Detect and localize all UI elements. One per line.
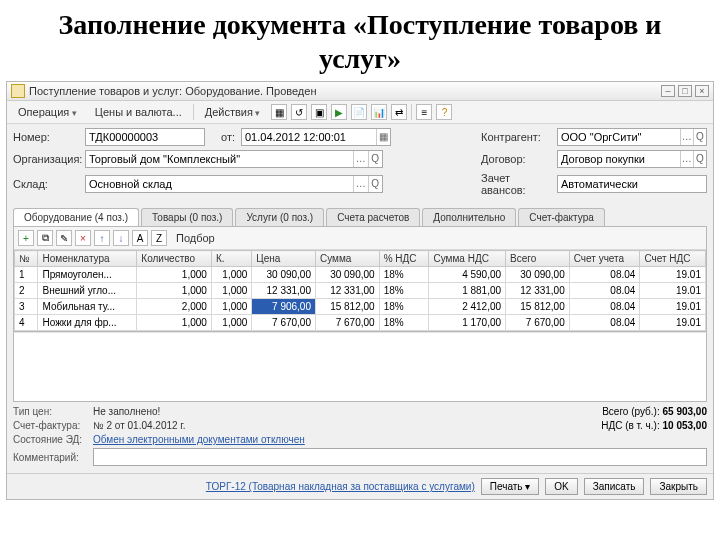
torg12-link[interactable]: ТОРГ-12 (Товарная накладная за поставщик… [206,481,475,492]
sort-asc-icon[interactable]: A [132,230,148,246]
cell[interactable]: Мобильная ту... [38,299,137,315]
cell[interactable]: 18% [379,267,429,283]
save-button[interactable]: Записать [584,478,645,495]
contragent-input[interactable]: …Q [557,128,707,146]
column-header[interactable]: Сумма НДС [429,251,506,267]
cell[interactable]: 15 812,00 [506,299,570,315]
column-header[interactable]: Количество [137,251,212,267]
tool-icon-1[interactable]: ▦ [271,104,287,120]
calendar-icon[interactable]: ▦ [376,129,390,145]
cell[interactable]: 12 331,00 [252,283,316,299]
column-header[interactable]: Сумма [316,251,380,267]
cell[interactable]: 19.01 [640,299,706,315]
column-header[interactable]: № [15,251,38,267]
cell[interactable]: 4 [15,315,38,331]
cell[interactable]: 1,000 [211,299,251,315]
cell[interactable]: 19.01 [640,283,706,299]
cell[interactable]: 1 881,00 [429,283,506,299]
select-icon[interactable]: … [353,176,368,192]
cell[interactable]: 12 331,00 [316,283,380,299]
cell[interactable]: Внешний угло... [38,283,137,299]
lookup-icon[interactable]: Q [693,129,706,145]
column-header[interactable]: Счет учета [569,251,640,267]
column-header[interactable]: Всего [506,251,570,267]
warehouse-input[interactable]: …Q [85,175,383,193]
cell[interactable]: 2 412,00 [429,299,506,315]
cell[interactable]: 08.04 [569,267,640,283]
cell[interactable]: 30 090,00 [316,267,380,283]
table-row[interactable]: 3Мобильная ту...2,0001,0007 906,0015 812… [15,299,706,315]
cell[interactable]: 1,000 [211,283,251,299]
date-input[interactable]: ▦ [241,128,391,146]
cell[interactable]: 1,000 [137,283,212,299]
cell[interactable]: 08.04 [569,299,640,315]
tool-icon-5[interactable]: 📄 [351,104,367,120]
cell[interactable]: 2 [15,283,38,299]
cell[interactable]: 2,000 [137,299,212,315]
cell[interactable]: 4 590,00 [429,267,506,283]
tab-additional[interactable]: Дополнительно [422,208,516,226]
edit-row-icon[interactable]: ✎ [56,230,72,246]
tab-invoice[interactable]: Счет-фактура [518,208,604,226]
cell[interactable]: 3 [15,299,38,315]
tool-icon-2[interactable]: ↺ [291,104,307,120]
select-icon[interactable]: … [680,151,693,167]
select-icon[interactable]: … [680,129,693,145]
column-header[interactable]: Счет НДС [640,251,706,267]
lookup-icon[interactable]: Q [368,151,383,167]
delete-row-icon[interactable]: × [75,230,91,246]
cell[interactable]: 08.04 [569,283,640,299]
cell[interactable]: 7 670,00 [506,315,570,331]
column-header[interactable]: Цена [252,251,316,267]
cell[interactable]: 30 090,00 [506,267,570,283]
cell[interactable]: 7 670,00 [316,315,380,331]
cell[interactable]: 1,000 [137,315,212,331]
tab-equipment[interactable]: Оборудование (4 поз.) [13,208,139,226]
tool-icon-4[interactable]: ▶ [331,104,347,120]
cell[interactable]: Прямоуголен... [38,267,137,283]
advance-input[interactable] [557,175,707,193]
cell[interactable]: 08.04 [569,315,640,331]
cell[interactable]: 12 331,00 [506,283,570,299]
tool-icon-8[interactable]: ≡ [416,104,432,120]
cell[interactable]: 19.01 [640,315,706,331]
org-input[interactable]: …Q [85,150,383,168]
tab-services[interactable]: Услуги (0 поз.) [235,208,324,226]
table-row[interactable]: 1Прямоуголен...1,0001,00030 090,0030 090… [15,267,706,283]
column-header[interactable]: % НДС [379,251,429,267]
contract-input[interactable]: …Q [557,150,707,168]
edo-value[interactable]: Обмен электронными документами отключен [93,434,305,445]
cell[interactable]: 7 670,00 [252,315,316,331]
tool-icon-3[interactable]: ▣ [311,104,327,120]
lookup-icon[interactable]: Q [368,176,383,192]
menu-prices[interactable]: Цены и валюта... [88,103,189,121]
lookup-icon[interactable]: Q [693,151,706,167]
cell[interactable]: 30 090,00 [252,267,316,283]
comment-input[interactable] [93,448,707,466]
add-row-icon[interactable]: + [18,230,34,246]
grid-table[interactable]: №НоменклатураКоличествоК.ЦенаСумма% НДСС… [14,250,706,331]
cell[interactable]: 19.01 [640,267,706,283]
column-header[interactable]: К. [211,251,251,267]
cell[interactable]: 18% [379,283,429,299]
table-row[interactable]: 2Внешний угло...1,0001,00012 331,0012 33… [15,283,706,299]
move-up-icon[interactable]: ↑ [94,230,110,246]
number-input[interactable] [85,128,205,146]
minimize-button[interactable]: – [661,85,675,97]
print-button[interactable]: Печать ▾ [481,478,540,495]
cell[interactable]: 18% [379,299,429,315]
help-icon[interactable]: ? [436,104,452,120]
maximize-button[interactable]: □ [678,85,692,97]
cell[interactable]: 18% [379,315,429,331]
ok-button[interactable]: OK [545,478,577,495]
cell[interactable]: Ножки для фр... [38,315,137,331]
column-header[interactable]: Номенклатура [38,251,137,267]
move-down-icon[interactable]: ↓ [113,230,129,246]
sort-desc-icon[interactable]: Z [151,230,167,246]
select-icon[interactable]: … [353,151,368,167]
cell[interactable]: 1 [15,267,38,283]
cell[interactable]: 1 170,00 [429,315,506,331]
close-button[interactable]: × [695,85,709,97]
tab-goods[interactable]: Товары (0 поз.) [141,208,233,226]
cell[interactable]: 15 812,00 [316,299,380,315]
